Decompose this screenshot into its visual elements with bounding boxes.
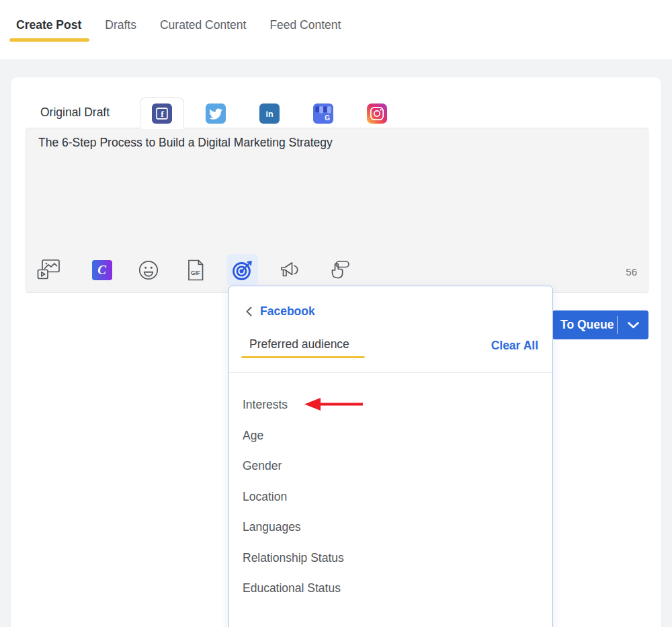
- list-item-relationship-status[interactable]: Relationship Status: [229, 543, 552, 574]
- svg-text:GIF: GIF: [191, 269, 200, 276]
- active-tab-underline: [9, 38, 89, 42]
- emoji-icon: [136, 258, 161, 282]
- page: Create Post Drafts Curated Content Feed …: [0, 0, 672, 627]
- network-tab-facebook[interactable]: f: [140, 97, 184, 129]
- clear-all-link[interactable]: Clear All: [491, 339, 538, 353]
- tab-drafts[interactable]: Drafts: [105, 18, 136, 32]
- to-queue-button[interactable]: To Queue: [552, 310, 648, 339]
- network-tab-linkedin[interactable]: in: [247, 97, 292, 129]
- boost-button[interactable]: [274, 254, 305, 286]
- list-item-educational-status[interactable]: Educational Status: [229, 573, 552, 604]
- network-tab-google-my-business[interactable]: G: [301, 97, 345, 129]
- tab-create-post[interactable]: Create Post: [16, 18, 81, 32]
- nav-tabs: Create Post Drafts Curated Content Feed …: [16, 18, 341, 32]
- network-tab-twitter[interactable]: [194, 97, 238, 129]
- list-item-gender[interactable]: Gender: [229, 451, 552, 482]
- photo-video-button[interactable]: [33, 254, 65, 286]
- post-editor[interactable]: The 6-Step Process to Build a Digital Ma…: [26, 128, 648, 293]
- google-my-business-icon: G: [313, 103, 333, 124]
- original-draft-label: Original Draft: [40, 106, 110, 120]
- to-queue-label: To Queue: [552, 318, 617, 332]
- list-item-location[interactable]: Location: [229, 482, 552, 513]
- linkedin-icon: in: [259, 103, 280, 124]
- gif-button[interactable]: GIF: [179, 254, 211, 286]
- svg-text:G: G: [325, 114, 330, 122]
- tab-feed-content[interactable]: Feed Content: [269, 18, 341, 32]
- back-link-label: Facebook: [260, 304, 315, 319]
- click-tracking-button[interactable]: [323, 254, 354, 286]
- megaphone-icon: [277, 258, 302, 282]
- svg-text:f: f: [161, 109, 164, 119]
- twitter-icon: [206, 103, 226, 124]
- title-underline: [241, 356, 365, 358]
- canva-icon: C: [92, 260, 112, 280]
- click-tracking-icon: [326, 258, 351, 282]
- character-count: 56: [626, 266, 637, 278]
- top-nav: Create Post Drafts Curated Content Feed …: [0, 0, 672, 59]
- audience-criteria-list: Interests Age Gender Location Languages …: [229, 390, 552, 604]
- instagram-icon: [367, 103, 387, 124]
- gif-icon: GIF: [184, 258, 207, 282]
- audience-target-button[interactable]: [226, 254, 258, 286]
- list-item-interests[interactable]: Interests: [229, 390, 552, 421]
- canva-button[interactable]: C: [86, 254, 118, 286]
- network-tab-instagram[interactable]: [355, 97, 399, 129]
- list-item-age[interactable]: Age: [229, 421, 552, 452]
- photo-video-icon: [36, 258, 62, 282]
- svg-text:in: in: [265, 110, 273, 119]
- back-to-facebook-link[interactable]: Facebook: [245, 304, 315, 319]
- preferred-audience-title[interactable]: Preferred audience: [249, 337, 349, 351]
- tab-curated-content[interactable]: Curated Content: [160, 18, 246, 32]
- queue-options-button[interactable]: [618, 321, 648, 329]
- preferred-audience-popup: Facebook Preferred audience Clear All In…: [228, 286, 553, 627]
- list-item-languages[interactable]: Languages: [229, 512, 552, 543]
- audience-target-icon: [230, 258, 255, 282]
- facebook-icon: f: [152, 103, 172, 124]
- chevron-down-icon: [627, 321, 640, 329]
- tab-create-post-label: Create Post: [16, 18, 81, 32]
- chevron-left-icon: [245, 306, 253, 317]
- popup-divider: [229, 372, 552, 373]
- post-text[interactable]: The 6-Step Process to Build a Digital Ma…: [38, 136, 333, 150]
- emoji-button[interactable]: [132, 254, 164, 286]
